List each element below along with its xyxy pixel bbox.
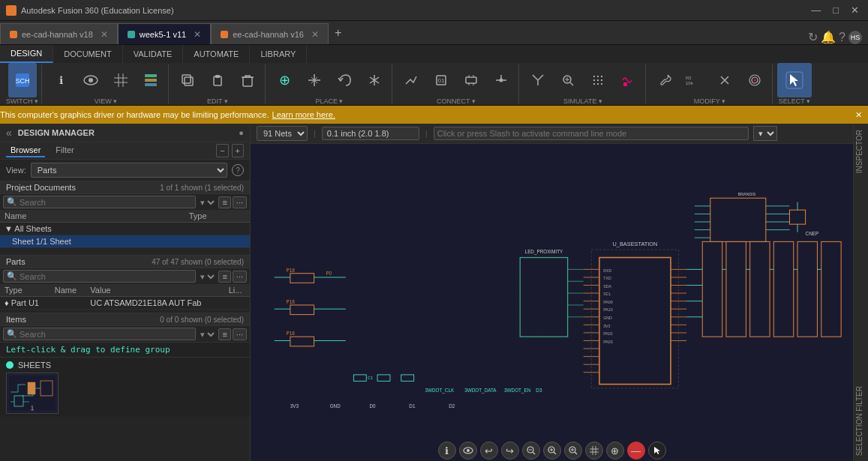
layers-button[interactable] bbox=[137, 63, 165, 97]
svg-text:D3: D3 bbox=[536, 388, 542, 393]
canvas-zoom-in-button[interactable] bbox=[564, 442, 582, 460]
grid-snap-button[interactable] bbox=[584, 63, 612, 97]
items-list-button[interactable]: ≡ bbox=[218, 328, 230, 340]
panel-zoom-out-button[interactable]: − bbox=[216, 144, 228, 157]
panel-tab-filter[interactable]: Filter bbox=[51, 144, 78, 157]
selection-filter-label[interactable]: SELECTION FILTER bbox=[854, 380, 868, 461]
toolbar-tab-validate[interactable]: VALIDATE bbox=[123, 45, 184, 63]
paste-button[interactable] bbox=[203, 63, 232, 97]
eye-button[interactable] bbox=[77, 63, 105, 97]
canvas-zoom-out-button[interactable] bbox=[522, 442, 540, 460]
inspector-panel-label[interactable]: INSPECTOR bbox=[854, 124, 868, 179]
svg-text:RXD: RXD bbox=[603, 268, 611, 273]
project-docs-filter-select[interactable]: ▾ bbox=[197, 197, 217, 208]
wave-button[interactable] bbox=[614, 63, 642, 97]
parts-filter-select[interactable]: ▾ bbox=[197, 271, 217, 282]
canvas-zoom-fit-button[interactable] bbox=[543, 442, 561, 460]
canvas-cross-button[interactable]: ⊕ bbox=[606, 442, 624, 460]
command-input[interactable] bbox=[434, 127, 749, 140]
resistor-button[interactable]: R210k bbox=[680, 63, 709, 97]
warning-close-button[interactable]: ✕ bbox=[855, 110, 862, 120]
tab-label-week5-v11: week5-1 v11 bbox=[140, 30, 186, 39]
toolbar-tab-design[interactable]: DESIGN bbox=[0, 45, 53, 63]
canvas-remove-button[interactable]: — bbox=[627, 442, 645, 460]
place-add-button[interactable]: ⊕ bbox=[270, 63, 299, 97]
join-button[interactable] bbox=[710, 63, 739, 97]
project-docs-more-button[interactable]: ··· bbox=[233, 196, 247, 208]
help-icon[interactable]: ? bbox=[232, 164, 244, 176]
parts-count: 47 of 47 shown (0 selected) bbox=[152, 258, 244, 266]
tab-week5-v11[interactable]: week5-1 v11 ✕ bbox=[118, 23, 211, 44]
canvas-undo-button[interactable]: ↩ bbox=[480, 442, 498, 460]
table-row[interactable]: ♦ Part U1 UC ATSAMD21E18A AUT Fab bbox=[0, 297, 250, 310]
warning-link[interactable]: Learn more here. bbox=[272, 110, 335, 119]
canvas-grid-button[interactable] bbox=[585, 442, 603, 460]
svg-rect-17 bbox=[623, 82, 627, 86]
tab-ee-cad-v16[interactable]: ee-cad-hannah v16 ✕ bbox=[211, 23, 329, 44]
items-more-button[interactable]: ··· bbox=[233, 328, 247, 340]
project-docs-search-input[interactable] bbox=[20, 198, 192, 207]
items-search-input[interactable] bbox=[20, 330, 192, 339]
net-button[interactable]: 01 bbox=[427, 63, 455, 97]
parts-search-input[interactable] bbox=[20, 272, 192, 281]
toolbar-tab-library[interactable]: LIBRARY bbox=[250, 45, 307, 63]
simulate-arrow-button[interactable] bbox=[524, 63, 552, 97]
items-filter-select[interactable]: ▾ bbox=[197, 329, 217, 340]
panel-zoom-in-button[interactable]: + bbox=[232, 144, 244, 157]
tab-icon-help[interactable]: ? bbox=[839, 31, 845, 44]
delete-button[interactable] bbox=[233, 63, 262, 97]
toolbar-tab-automate[interactable]: AUTOMATE bbox=[183, 45, 250, 63]
project-docs-search-buttons: ≡ ··· bbox=[218, 196, 247, 208]
canvas-redo-button[interactable]: ↪ bbox=[501, 442, 519, 460]
bus-button[interactable] bbox=[457, 63, 485, 97]
tab-icon-bell[interactable]: 🔔 bbox=[821, 30, 836, 44]
svg-rect-26 bbox=[28, 382, 35, 394]
tab-bar: ee-cad-hannah v18 ✕ week5-1 v11 ✕ ee-cad… bbox=[0, 21, 868, 45]
undo-button[interactable] bbox=[330, 63, 359, 97]
project-docs-list-button[interactable]: ≡ bbox=[218, 196, 230, 208]
sheet-thumbnail-1[interactable]: 1 1 bbox=[6, 373, 59, 414]
switch-button[interactable]: SCH bbox=[8, 63, 37, 97]
delete-icon bbox=[239, 71, 257, 89]
view-select[interactable]: Parts bbox=[31, 163, 227, 178]
target-button[interactable] bbox=[740, 63, 769, 97]
copy-button[interactable] bbox=[173, 63, 202, 97]
svg-rect-32 bbox=[251, 163, 853, 461]
place-cross-button[interactable] bbox=[300, 63, 329, 97]
parts-more-button[interactable]: ··· bbox=[233, 271, 247, 283]
zoom-region-button[interactable] bbox=[554, 63, 582, 97]
grid-button[interactable] bbox=[107, 63, 135, 97]
wrench-button[interactable] bbox=[650, 63, 679, 97]
svg-text:3V3: 3V3 bbox=[603, 324, 610, 328]
tab-close-week5-v11[interactable]: ✕ bbox=[194, 29, 201, 40]
junction-button[interactable] bbox=[487, 63, 515, 97]
tab-close-ee-cad-v18[interactable]: ✕ bbox=[101, 29, 108, 40]
schematic-canvas[interactable]: U_BASESTATION bbox=[251, 144, 853, 461]
minimize-button[interactable]: — bbox=[808, 4, 824, 16]
maximize-button[interactable]: □ bbox=[830, 4, 842, 16]
wire-button[interactable] bbox=[397, 63, 425, 97]
select-button[interactable] bbox=[777, 63, 812, 97]
new-tab-button[interactable]: + bbox=[329, 26, 347, 40]
nets-select[interactable]: 91 Nets bbox=[257, 126, 308, 141]
tab-ee-cad-v18[interactable]: ee-cad-hannah v18 ✕ bbox=[0, 23, 118, 44]
info-button[interactable]: ℹ bbox=[47, 63, 75, 97]
panel-tab-browser[interactable]: Browser bbox=[6, 144, 45, 157]
command-dropdown[interactable]: ▾ bbox=[753, 126, 777, 141]
parts-list-button[interactable]: ≡ bbox=[218, 271, 230, 283]
table-row[interactable]: ▼ All Sheets bbox=[0, 223, 250, 235]
canvas-info-button[interactable]: ℹ bbox=[438, 442, 456, 460]
tab-icon-refresh[interactable]: ↻ bbox=[808, 30, 818, 44]
svg-text:PA03: PA03 bbox=[603, 340, 613, 344]
scale-input[interactable] bbox=[322, 127, 419, 140]
close-button[interactable]: ✕ bbox=[848, 4, 862, 16]
table-row[interactable]: Sheet 1/1 Sheet bbox=[0, 235, 250, 248]
canvas-select-button[interactable] bbox=[648, 442, 666, 460]
tab-close-ee-cad-v16[interactable]: ✕ bbox=[311, 29, 319, 40]
canvas-area: 91 Nets | | ▾ U_BASESTATION bbox=[251, 124, 853, 461]
toolbar-tab-document[interactable]: DOCUMENT bbox=[53, 45, 123, 63]
tab-icon-user[interactable]: HS bbox=[848, 31, 862, 44]
canvas-eye-button[interactable] bbox=[459, 442, 477, 460]
panel-collapse-button[interactable]: « bbox=[6, 127, 12, 139]
mirror-button[interactable] bbox=[360, 63, 389, 97]
